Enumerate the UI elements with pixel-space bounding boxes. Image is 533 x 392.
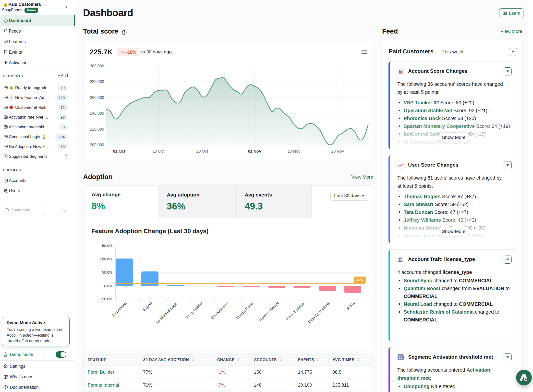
feed-card-intro: 4 accounts changed license_type: [397, 268, 507, 276]
sidebar-item-settings[interactable]: Settings: [0, 361, 75, 371]
list-item: Scholastic Realm of Catalonia changed to…: [397, 308, 512, 324]
search-input[interactable]: [12, 206, 44, 214]
feed-card-list: Computing Kit entered Silver Biotech ent…: [397, 382, 512, 392]
sidebar-item-whats-new[interactable]: What's new: [0, 371, 75, 382]
bell-icon: [3, 29, 8, 34]
feed-card-dropdown-button[interactable]: [504, 161, 512, 169]
list-item: Quantum Boost changed from EVALUATION to…: [397, 284, 512, 300]
feed-card-segment-activation: Segment: Activation threshold met The fo…: [388, 347, 518, 392]
segment-item-activation-rate[interactable]: Activation rate over ... 93: [0, 112, 75, 122]
svg-text:150.0%: 150.0%: [100, 244, 112, 248]
feature-table: FEATURE 30-DAY AVG ADOPTION CHANGE ACCOU…: [84, 355, 374, 392]
segment-item-suggested-segments[interactable]: Suggested Segments: [0, 151, 75, 161]
col-avg-times[interactable]: AVG TIMES: [328, 355, 374, 366]
sidebar-item-accounts[interactable]: Accounts: [0, 175, 75, 186]
col-accounts[interactable]: ACCOUNTS: [250, 355, 294, 366]
col-events[interactable]: EVENTS: [294, 355, 328, 366]
svg-text:260,000: 260,000: [90, 96, 104, 100]
sidebar-item-documentation[interactable]: Documentation: [0, 382, 75, 392]
sidebar-item-events[interactable]: Events: [0, 47, 75, 57]
feature-table-card: FEATURE 30-DAY AVG ADOPTION CHANGE ACCOU…: [83, 355, 374, 392]
segment-item-customer-at-risk[interactable]: Customer at Risk 12: [0, 102, 75, 112]
tab-avg-events[interactable]: Avg events 49.3: [236, 186, 312, 218]
svg-text:Forms: Internal: Forms: Internal: [259, 301, 280, 322]
show-more-button[interactable]: Show More: [439, 227, 469, 236]
segment-item-conditional-logic[interactable]: Conditional Logic 204: [0, 132, 75, 142]
svg-text:Form Builder: Form Builder: [185, 301, 204, 319]
segment-icon: [3, 144, 8, 149]
segment-item-ready-to-upgrade[interactable]: $ Ready to upgrade 19: [0, 83, 75, 93]
add-segment-button[interactable]: + Add: [58, 74, 68, 78]
list-item: Sara Stewart Score: 59 (+52): [397, 200, 512, 208]
workspace-switcher[interactable]: $ Paid Customers SnapForms Demo: [0, 0, 75, 15]
sidebar-item-features[interactable]: Features: [0, 36, 75, 47]
feature-link[interactable]: Forms: Internal: [84, 379, 139, 392]
date-range-select[interactable]: Last 30 days: [330, 191, 368, 201]
workspace-subtitle: SnapForms: [2, 8, 22, 12]
money-bag-icon: $: [3, 2, 8, 8]
chat-widget-button[interactable]: [516, 370, 532, 385]
tab-avg-change[interactable]: Avg change 8%: [84, 186, 158, 218]
bar-chart-icon: [397, 68, 404, 75]
book-icon: [502, 11, 507, 16]
chevron-right-icon[interactable]: [64, 5, 68, 10]
col-change[interactable]: CHANGE: [213, 355, 250, 366]
list-item: Operation Stable Net Score: 92 (+21): [397, 107, 512, 114]
list-item: Tara Duncan Score: 47 (+47): [397, 208, 512, 216]
svg-text:240,000: 240,000: [90, 111, 104, 115]
feed-heading: Feed: [382, 27, 398, 35]
total-score-value: 225.7K: [90, 48, 113, 56]
adoption-chart-title: Feature Adoption Change (Last 30 days): [91, 228, 208, 235]
feed-card-title: User Score Changes: [408, 162, 458, 168]
demo-notice-title: Demo Mode Active: [7, 320, 65, 325]
feed-card-dropdown-button[interactable]: [504, 353, 512, 361]
feed-panel-dropdown-button[interactable]: [509, 48, 517, 56]
learn-button[interactable]: Learn: [499, 8, 523, 18]
adoption-view-more-link[interactable]: View More: [351, 174, 373, 180]
sort-icon: [237, 358, 240, 363]
total-score-card: 225.7K -16% vs 30 days ago 300,000280,00…: [83, 41, 374, 161]
svg-text:Automation: Automation: [111, 301, 127, 318]
col-adoption[interactable]: 30-DAY AVG ADOPTION: [139, 355, 213, 366]
scrollbar-gutter[interactable]: [528, 0, 533, 392]
busts-icon: [397, 256, 404, 263]
col-feature[interactable]: FEATURE: [84, 355, 139, 366]
sort-icon: [279, 358, 282, 363]
gift-icon: [3, 374, 8, 379]
sidebar-item-feeds[interactable]: Feeds: [0, 26, 75, 36]
list-item: Computing Kit entered: [397, 382, 512, 390]
flask-icon: [3, 352, 8, 357]
table-header-row: FEATURE 30-DAY AVG ADOPTION CHANGE ACCOU…: [84, 355, 374, 366]
segment-count: 8: [60, 124, 68, 130]
person-gesturing-no-icon: [42, 135, 46, 139]
feed-card-dropdown-button[interactable]: [504, 256, 512, 264]
svg-text:-50.0%: -50.0%: [101, 297, 112, 301]
segment-icon: [3, 115, 8, 120]
feed-card-dropdown-button[interactable]: [504, 67, 512, 75]
tab-avg-adoption[interactable]: Avg adoption 36%: [158, 186, 236, 218]
info-icon[interactable]: [122, 29, 127, 37]
feed-card-account-trait: Account Trait: license_type 4 accounts c…: [388, 249, 518, 342]
sidebar-item-activation[interactable]: Activation: [0, 57, 75, 68]
segment-item-new-feature[interactable]: New Feature Ad... 190: [0, 93, 75, 102]
sort-icon: [191, 358, 194, 363]
demo-mode-toggle[interactable]: [56, 351, 66, 358]
segment-item-no-adoption[interactable]: No Adoption: New F... 59: [0, 142, 75, 151]
list-item: Thomas Rogers Score: 87 (+87): [397, 193, 512, 200]
svg-text:100.0%: 100.0%: [100, 257, 112, 261]
svg-text:01 Oct: 01 Oct: [113, 149, 125, 153]
segment-item-activation-threshold[interactable]: Activation threshold ... 8: [0, 122, 75, 132]
chart-menu-icon[interactable]: [362, 50, 367, 55]
features-icon: [3, 39, 8, 44]
collapse-sidebar-icon[interactable]: [62, 208, 67, 214]
list-item: Neural Load changed to COMMERCIAL: [397, 300, 512, 308]
sidebar: $ Paid Customers SnapForms Demo Dashboar…: [0, 0, 75, 392]
feed-view-more-link[interactable]: View More: [500, 29, 522, 34]
sidebar-item-dashboard[interactable]: Dashboard: [0, 15, 75, 26]
caret-down-icon: [362, 195, 365, 197]
show-more-button[interactable]: Show More: [439, 133, 469, 142]
feature-link[interactable]: Form Builder: [84, 366, 139, 379]
total-score-heading: Total score: [83, 27, 118, 35]
sidebar-item-users[interactable]: Users: [0, 186, 75, 196]
app-root: $ Paid Customers SnapForms Demo Dashboar…: [0, 0, 533, 392]
